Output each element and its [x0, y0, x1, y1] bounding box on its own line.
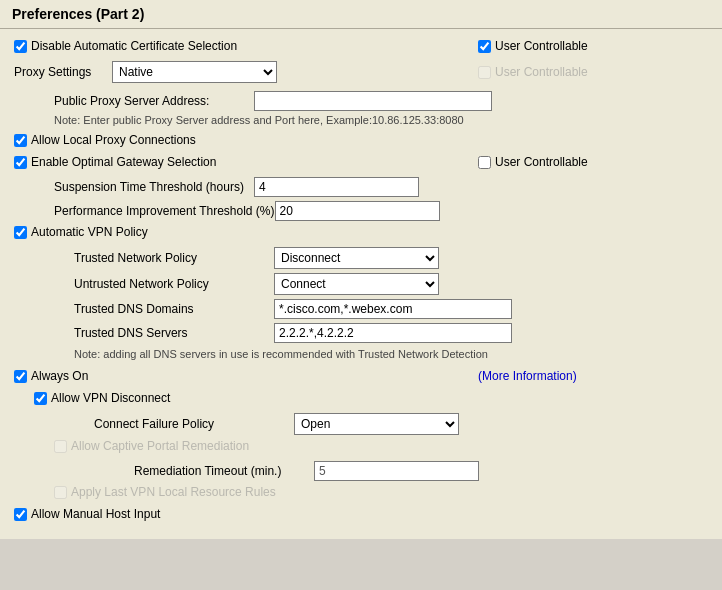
proxy-settings-select[interactable]: Native No Proxy Auto Manual — [112, 61, 277, 83]
trusted-network-policy-select[interactable]: Disconnect Connect Do Nothing — [274, 247, 439, 269]
allow-captive-portal-label: Allow Captive Portal Remediation — [71, 439, 249, 453]
suspension-time-label: Suspension Time Threshold (hours) — [14, 180, 254, 194]
proxy-user-controllable-input[interactable] — [478, 66, 491, 79]
trusted-dns-domains-input[interactable] — [274, 299, 512, 319]
always-on-label: Always On — [31, 369, 88, 383]
perf-improvement-input[interactable] — [275, 201, 440, 221]
proxy-settings-label: Proxy Settings — [14, 65, 104, 79]
always-on-checkbox[interactable]: Always On — [14, 369, 478, 383]
apply-last-vpn-input[interactable] — [54, 486, 67, 499]
title-text: Preferences (Part 2) — [12, 6, 144, 22]
allow-manual-host-input[interactable] — [14, 508, 27, 521]
apply-last-vpn-label: Apply Last VPN Local Resource Rules — [71, 485, 276, 499]
allow-manual-host-label: Allow Manual Host Input — [31, 507, 160, 521]
suspension-time-input[interactable] — [254, 177, 419, 197]
automatic-vpn-input[interactable] — [14, 226, 27, 239]
allow-vpn-disconnect-input[interactable] — [34, 392, 47, 405]
user-controllable-gw-checkbox[interactable]: User Controllable — [478, 155, 588, 169]
enable-optimal-gw-checkbox[interactable]: Enable Optimal Gateway Selection — [14, 155, 478, 169]
untrusted-network-policy-select[interactable]: Connect Disconnect Do Nothing — [274, 273, 439, 295]
user-controllable-gw-input[interactable] — [478, 156, 491, 169]
user-controllable-cert-checkbox[interactable]: User Controllable — [478, 39, 588, 53]
allow-captive-portal-input[interactable] — [54, 440, 67, 453]
trusted-dns-domains-label: Trusted DNS Domains — [34, 302, 274, 316]
allow-captive-portal-checkbox[interactable]: Allow Captive Portal Remediation — [54, 439, 708, 453]
allow-local-proxy-label: Allow Local Proxy Connections — [31, 133, 196, 147]
public-proxy-note: Note: Enter public Proxy Server address … — [54, 114, 464, 126]
connect-failure-policy-label: Connect Failure Policy — [54, 417, 294, 431]
remediation-timeout-label: Remediation Timeout (min.) — [74, 464, 314, 478]
user-controllable-cert-label: User Controllable — [495, 39, 588, 53]
allow-vpn-disconnect-checkbox[interactable]: Allow VPN Disconnect — [34, 391, 708, 405]
enable-optimal-gw-label: Enable Optimal Gateway Selection — [31, 155, 216, 169]
public-proxy-label: Public Proxy Server Address: — [14, 94, 254, 108]
perf-improvement-label: Performance Improvement Threshold (%) — [14, 204, 275, 218]
allow-manual-host-checkbox[interactable]: Allow Manual Host Input — [14, 507, 708, 521]
disable-cert-input[interactable] — [14, 40, 27, 53]
automatic-vpn-checkbox[interactable]: Automatic VPN Policy — [14, 225, 708, 239]
connect-failure-policy-select[interactable]: Open Closed Fail Open — [294, 413, 459, 435]
allow-local-proxy-input[interactable] — [14, 134, 27, 147]
disable-cert-label: Disable Automatic Certificate Selection — [31, 39, 237, 53]
untrusted-network-policy-label: Untrusted Network Policy — [34, 277, 274, 291]
always-on-input[interactable] — [14, 370, 27, 383]
dns-note: Note: adding all DNS servers in use is r… — [74, 348, 488, 360]
allow-local-proxy-checkbox[interactable]: Allow Local Proxy Connections — [14, 133, 708, 147]
page-title: Preferences (Part 2) — [0, 0, 722, 29]
enable-optimal-gw-input[interactable] — [14, 156, 27, 169]
public-proxy-input[interactable] — [254, 91, 492, 111]
more-information-link[interactable]: (More Information) — [478, 369, 577, 383]
user-controllable-gw-label: User Controllable — [495, 155, 588, 169]
trusted-dns-servers-input[interactable] — [274, 323, 512, 343]
disable-cert-checkbox[interactable]: Disable Automatic Certificate Selection — [14, 39, 478, 53]
trusted-network-policy-label: Trusted Network Policy — [34, 251, 274, 265]
user-controllable-cert-input[interactable] — [478, 40, 491, 53]
trusted-dns-servers-label: Trusted DNS Servers — [34, 326, 274, 340]
automatic-vpn-label: Automatic VPN Policy — [31, 225, 148, 239]
remediation-timeout-input[interactable] — [314, 461, 479, 481]
proxy-user-controllable-label: User Controllable — [495, 65, 588, 79]
proxy-user-controllable-checkbox[interactable]: User Controllable — [478, 65, 588, 79]
allow-vpn-disconnect-label: Allow VPN Disconnect — [51, 391, 170, 405]
apply-last-vpn-checkbox[interactable]: Apply Last VPN Local Resource Rules — [54, 485, 708, 499]
